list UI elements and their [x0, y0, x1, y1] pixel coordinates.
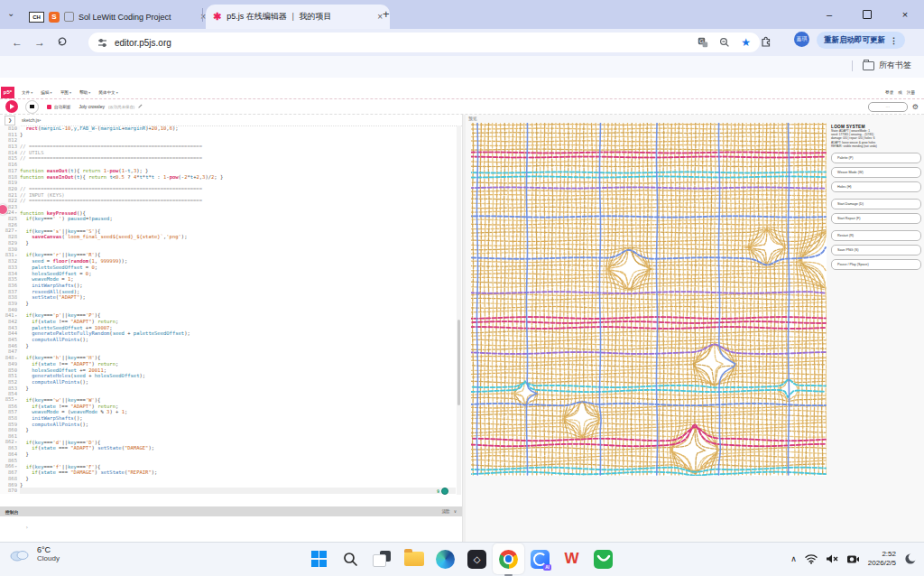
loom-button-restart-r[interactable]: Restart (R): [831, 230, 921, 241]
code-line[interactable]: 811}: [0, 132, 456, 138]
loom-button-holes-h[interactable]: Holes (H): [831, 181, 921, 192]
code-line[interactable]: 816: [0, 162, 456, 168]
ai-browser-button[interactable]: AI: [524, 543, 556, 574]
console-body[interactable]: [0, 516, 462, 542]
code-line[interactable]: 859 computeAllPoints();: [0, 422, 456, 428]
code-line[interactable]: 867 if(state === "DAMAGE") setState("REP…: [0, 469, 456, 476]
code-line[interactable]: 820// ==================================…: [0, 186, 456, 192]
p5-menu-item[interactable]: 草图: [60, 90, 71, 95]
code-line[interactable]: 825 if(key===' ') paused=!paused;: [0, 216, 456, 222]
sidebar-collapse-button[interactable]: ❯: [5, 116, 15, 125]
dark-app-button[interactable]: ◇: [461, 543, 493, 574]
chrome-update-button[interactable]: 重新启动即可更新 ⋮: [817, 32, 905, 49]
code-line[interactable]: 839 }: [0, 301, 456, 307]
code-line[interactable]: 830: [0, 246, 456, 253]
code-line[interactable]: 819: [0, 180, 456, 186]
volume-muted-icon[interactable]: [826, 553, 838, 564]
fold-arrow-icon[interactable]: ▾: [15, 228, 17, 233]
code-line[interactable]: 862▾ if(key==='d'||key==='D'){: [0, 440, 456, 446]
camera-device-icon[interactable]: [846, 553, 860, 564]
code-line[interactable]: 814// UTILS: [0, 150, 456, 156]
omnibox[interactable]: editor.p5js.org G ★: [88, 33, 760, 52]
code-line[interactable]: 854: [0, 391, 456, 397]
back-button[interactable]: ←: [12, 36, 23, 49]
code-editor[interactable]: 810 rect(marginL-10,y,FAB_W-(marginL+mar…: [0, 125, 456, 495]
code-line[interactable]: 831▾ if(key==='r'||key==='R'){: [0, 252, 456, 258]
login-link[interactable]: 登录: [885, 90, 893, 95]
fold-arrow-icon[interactable]: ▾: [15, 356, 17, 360]
code-line[interactable]: 855▾ if(key==='w'||key==='W'){: [0, 397, 456, 404]
console-clear-button[interactable]: 清除: [441, 509, 449, 514]
code-line[interactable]: 838 setState("ADAPT");: [0, 294, 456, 301]
fold-arrow-icon[interactable]: ▾: [15, 440, 17, 444]
code-line[interactable]: 836 initWarpShafts();: [0, 283, 456, 289]
code-line[interactable]: 847: [0, 348, 456, 355]
code-line[interactable]: 865: [0, 458, 456, 464]
green-app-button[interactable]: [587, 543, 619, 574]
code-line[interactable]: 833 paletteSeedOffset = 0;: [0, 265, 456, 271]
site-settings-icon[interactable]: [97, 38, 107, 48]
stop-button[interactable]: [25, 100, 39, 114]
play-button[interactable]: [5, 100, 18, 113]
wifi-icon[interactable]: [805, 553, 818, 564]
code-line[interactable]: 841▾ if(key==='p'||key==='P'){: [0, 312, 456, 319]
loom-button-save-png-s[interactable]: Save PNG (S): [831, 245, 921, 255]
chrome-button-active[interactable]: [493, 543, 524, 574]
p5-menu-item[interactable]: 帮助: [79, 90, 90, 95]
wps-button[interactable]: W: [556, 543, 587, 574]
loom-button-palette-p[interactable]: Palette (P): [831, 153, 921, 163]
fold-arrow-icon[interactable]: ▾: [15, 210, 17, 215]
edit-pencil-icon[interactable]: [139, 105, 143, 109]
fold-arrow-icon[interactable]: ▾: [15, 464, 17, 469]
code-line[interactable]: 829 }: [0, 240, 456, 246]
code-line[interactable]: 860 }: [0, 427, 456, 433]
browser-menu-icon[interactable]: ⋮: [890, 36, 898, 45]
p5-menu-item[interactable]: 简体中文: [98, 90, 118, 95]
code-line[interactable]: 812: [0, 137, 456, 144]
window-maximize-button[interactable]: [848, 0, 886, 29]
task-view-button[interactable]: [366, 543, 398, 574]
code-line[interactable]: 845 computeAllPoints();: [0, 337, 456, 343]
code-line[interactable]: 832 seed = floor(random(1, 999999));: [0, 258, 456, 265]
fold-arrow-icon[interactable]: ▾: [15, 253, 17, 257]
code-line[interactable]: 861: [0, 433, 456, 440]
loom-button-start-repair-f[interactable]: Start Repair (F): [831, 213, 921, 224]
code-line[interactable]: 8709: [0, 488, 456, 494]
tab-search-chevron-icon[interactable]: ⌄: [7, 8, 14, 18]
code-line[interactable]: 817function easeOut(t){ return 1-pow(1-t…: [0, 168, 456, 174]
code-line[interactable]: 844 generatePaletteFullyRandom(seed + pa…: [0, 330, 456, 337]
bookmark-star-icon[interactable]: ★: [741, 36, 751, 49]
file-explorer-button[interactable]: [398, 543, 430, 574]
search-button[interactable]: [335, 543, 366, 574]
code-line[interactable]: 850 holesSeedOffset += 20011;: [0, 367, 456, 374]
taskbar-weather-widget[interactable]: 6°C Cloudy: [9, 545, 60, 563]
autorefresh-checkbox[interactable]: [47, 105, 51, 109]
code-line[interactable]: 842 if(state !== "ADAPT") return;: [0, 319, 456, 325]
code-line[interactable]: 852 computeAllPoints();: [0, 379, 456, 386]
focus-assist-moon-icon[interactable]: [904, 553, 917, 565]
code-line[interactable]: 849 if(state !== "ADAPT") return;: [0, 361, 456, 367]
code-line[interactable]: 869}: [0, 482, 456, 488]
console-collapse-icon[interactable]: ∨: [454, 509, 457, 514]
signup-link[interactable]: 注册: [907, 90, 915, 95]
code-line[interactable]: 828 saveCanvas(`loom_final_seed${seed}_$…: [0, 234, 456, 240]
code-line[interactable]: 846 }: [0, 343, 456, 349]
code-line[interactable]: 810 rect(marginL-10,y,FAB_W-(marginL+mar…: [0, 125, 456, 132]
code-line[interactable]: 864 }: [0, 451, 456, 458]
code-line[interactable]: 868 }: [0, 476, 456, 482]
translate-icon[interactable]: G: [698, 37, 708, 48]
code-line[interactable]: 837 reseedAll(seed);: [0, 289, 456, 295]
p5-logo[interactable]: p5*: [1, 87, 14, 98]
edge-button[interactable]: [430, 543, 461, 574]
window-close-button[interactable]: ×: [886, 0, 924, 29]
toolbar-extra-pill[interactable]: ···: [868, 102, 908, 112]
p5-menu-item[interactable]: 文件: [22, 90, 32, 95]
loom-button-start-damage-d[interactable]: Start Damage (D): [831, 199, 921, 209]
start-button[interactable]: [303, 543, 335, 574]
file-tab-sketchjs[interactable]: sketch.js•: [22, 117, 41, 123]
code-line[interactable]: 840: [0, 307, 456, 313]
code-line[interactable]: 827▾ if(key==='s'||key==='S'){: [0, 228, 456, 235]
code-line[interactable]: 834 holesSeedOffset = 0;: [0, 271, 456, 277]
p5-menu-item[interactable]: 编辑: [41, 90, 51, 95]
url-text[interactable]: editor.p5js.org: [115, 38, 698, 48]
